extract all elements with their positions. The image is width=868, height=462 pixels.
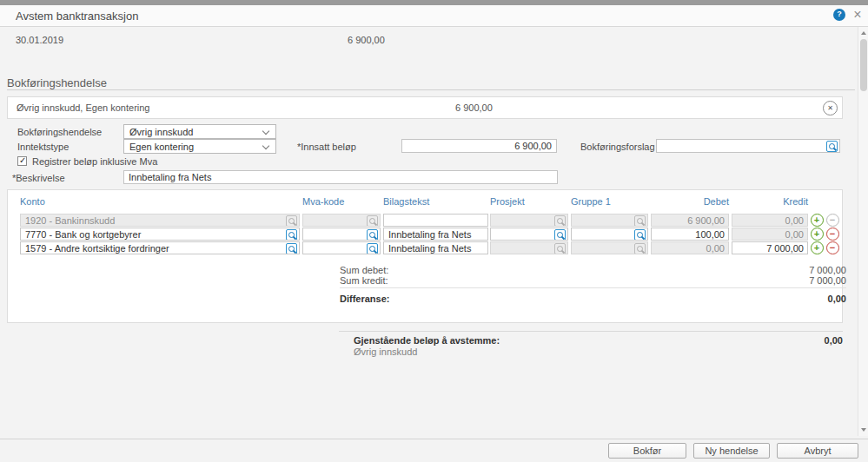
add-row-button[interactable] (811, 214, 824, 227)
event-summary-amount: 6 900,00 (455, 102, 493, 113)
transaction-date: 30.01.2019 (16, 35, 63, 45)
col-header-mva: Mva-kode (302, 196, 344, 207)
kredit-cell: 0,00 (732, 214, 808, 227)
add-row-button[interactable] (811, 241, 824, 254)
remaining-label: Gjenstående beløp å avstemme: (354, 335, 500, 346)
kredit-cell: 0,00 (732, 228, 808, 241)
sum-kredit-label: Sum kredit: (340, 275, 388, 286)
section-divider (7, 89, 855, 90)
dialog-title-bar: Avstem banktransaksjon (0, 5, 868, 27)
journal-table-panel: Konto Mva-kode Bilagstekst Prosjekt Grup… (7, 189, 843, 323)
sum-debet-label: Sum debet: (340, 265, 388, 275)
lookup-icon[interactable] (634, 229, 646, 241)
konto-cell[interactable]: 1579 - Andre kortsiktige fordringer (20, 241, 300, 254)
lookup-icon[interactable] (286, 229, 297, 241)
sum-kredit-value: 7 000,00 (809, 275, 846, 286)
prosjekt-cell (490, 214, 568, 227)
bilagstekst-cell[interactable] (383, 214, 488, 227)
col-header-prosjekt: Prosjekt (490, 196, 525, 207)
scroll-down-icon[interactable] (858, 425, 868, 435)
ny-hendelse-button[interactable]: Ny hendelse (693, 443, 770, 459)
remaining-value: 0,00 (669, 335, 843, 346)
remove-event-icon[interactable] (823, 101, 838, 116)
description-input[interactable]: Innbetaling fra Nets (123, 170, 558, 184)
deposit-amount-input[interactable]: 6 900,00 (401, 139, 557, 153)
lookup-icon (554, 243, 566, 254)
event-type-label: Bokføringshendelse (17, 127, 102, 137)
scroll-up-icon[interactable] (858, 28, 868, 38)
mva-cell[interactable] (302, 228, 381, 241)
gruppe-cell (571, 214, 648, 227)
lookup-icon (554, 215, 566, 227)
lookup-icon[interactable] (826, 141, 838, 152)
sum-debet-value: 7 000,00 (809, 265, 846, 275)
include-vat-label: Registrer beløp inklusive Mva (32, 156, 157, 167)
lookup-icon[interactable] (554, 229, 566, 241)
lookup-icon[interactable] (367, 229, 378, 241)
col-header-gruppe: Gruppe 1 (571, 196, 611, 207)
remaining-sub-label: Øvrig innskudd (354, 346, 417, 357)
col-header-konto: Konto (20, 196, 45, 207)
lookup-icon[interactable] (367, 243, 378, 254)
remove-row-button[interactable] (826, 241, 839, 254)
add-row-button[interactable] (811, 228, 824, 241)
debet-cell: 0,00 (651, 241, 729, 254)
gruppe-cell (571, 241, 648, 254)
difference-value: 0,00 (828, 294, 846, 304)
income-type-label: Inntektstype (17, 142, 69, 152)
konto-cell: 1920 - Bankinnskudd (20, 214, 300, 227)
remove-row-button (826, 214, 839, 227)
mva-cell[interactable] (302, 241, 381, 254)
konto-cell[interactable]: 7770 - Bank og kortgebyrer (20, 228, 300, 241)
posting-suggestion-input[interactable] (656, 139, 840, 153)
lookup-icon (367, 215, 378, 227)
bilagstekst-cell[interactable]: Innbetaling fra Nets (383, 228, 488, 241)
deposit-amount-label: *Innsatt beløp (297, 142, 356, 152)
income-type-select[interactable]: Egen kontering (123, 139, 276, 154)
scrollbar-thumb[interactable] (860, 39, 867, 91)
konto-value: 1920 - Bankinnskudd (25, 215, 115, 226)
col-header-kredit: Kredit (732, 196, 808, 207)
lookup-icon (286, 215, 297, 227)
lookup-icon (634, 243, 646, 254)
lookup-icon (634, 215, 646, 227)
reconcile-dialog: Avstem banktransaksjon 30.01.2019 6 900,… (0, 0, 868, 462)
chevron-down-icon (262, 128, 269, 135)
konto-value: 1579 - Andre kortsiktige fordringer (25, 243, 169, 254)
konto-value: 7770 - Bank og kortgebyrer (25, 229, 141, 240)
prosjekt-cell[interactable] (490, 228, 568, 241)
close-icon[interactable] (851, 7, 865, 23)
help-icon[interactable] (833, 9, 845, 21)
debet-cell[interactable]: 100,00 (651, 228, 729, 241)
event-type-value: Øvrig innskudd (129, 127, 193, 137)
dialog-title: Avstem banktransaksjon (16, 10, 138, 23)
income-type-value: Egen kontering (129, 142, 194, 152)
event-summary-bar: Øvrig innskudd, Egen kontering 6 900,00 (7, 96, 843, 119)
col-header-debet: Debet (651, 196, 729, 207)
gruppe-cell[interactable] (571, 228, 648, 241)
avbryt-button[interactable]: Avbryt (777, 443, 858, 459)
transaction-amount: 6 900,00 (348, 35, 385, 45)
description-label: *Beskrivelse (12, 173, 65, 183)
bokfor-button[interactable]: Bokfør (608, 443, 686, 459)
remaining-divider (339, 331, 843, 332)
event-type-select[interactable]: Øvrig innskudd (123, 124, 276, 139)
debet-cell: 6 900,00 (651, 214, 729, 227)
section-title: Bokføringshendelse (7, 76, 107, 89)
chevron-down-icon (262, 142, 269, 149)
sum-debet-row: Sum debet: 7 000,00 (340, 265, 846, 275)
mva-cell (302, 214, 381, 227)
vertical-scrollbar[interactable] (858, 27, 868, 436)
difference-row: Differanse: 0,00 (340, 294, 846, 304)
event-summary-label: Øvrig innskudd, Egen kontering (17, 102, 149, 113)
footer-divider (0, 439, 868, 439)
bilagstekst-cell[interactable]: Innbetaling fra Nets (383, 241, 488, 254)
kredit-cell[interactable]: 7 000,00 (732, 241, 808, 254)
lookup-icon[interactable] (286, 243, 297, 254)
remove-row-button[interactable] (826, 228, 839, 241)
include-vat-checkbox[interactable] (17, 156, 27, 166)
difference-label: Differanse: (340, 294, 389, 304)
sum-kredit-row: Sum kredit: 7 000,00 (340, 275, 846, 286)
col-header-bilagstekst: Bilagstekst (383, 196, 429, 207)
posting-suggestion-label: Bokføringsforslag (580, 142, 655, 152)
